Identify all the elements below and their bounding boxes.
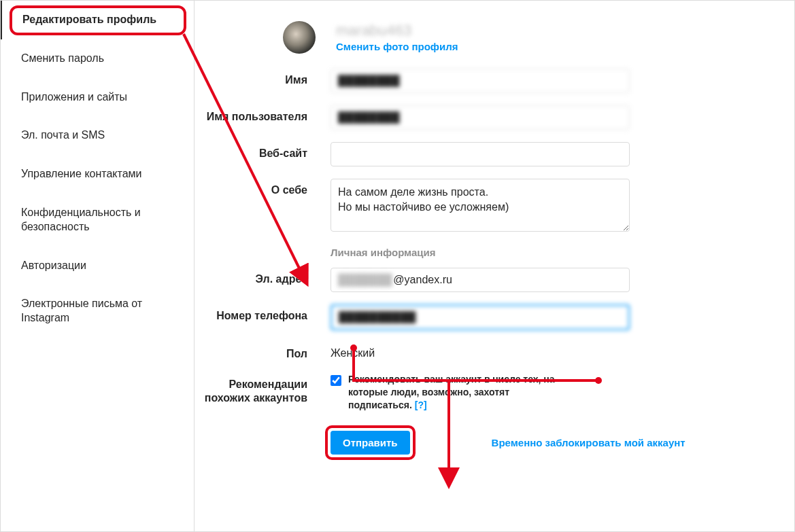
sidebar-item-label: Сменить пароль: [21, 52, 104, 64]
username-input[interactable]: [331, 105, 630, 130]
submit-row: Отправить Временно заблокировать мой акк…: [331, 431, 767, 455]
label-username: Имя пользователя: [194, 105, 331, 124]
gender-value[interactable]: Женский: [331, 342, 630, 359]
recommendations-checkbox[interactable]: [331, 375, 341, 386]
phone-input[interactable]: [331, 304, 630, 330]
settings-sidebar: Редактировать профиль Сменить пароль При…: [1, 1, 194, 531]
label-recommendations: Рекомендации похожих аккаунтов: [194, 373, 331, 405]
disable-account-link[interactable]: Временно заблокировать мой аккаунт: [492, 437, 686, 448]
row-website: Веб-сайт: [194, 142, 767, 166]
profile-header: marabu463 Сменить фото профиля: [283, 21, 767, 54]
sidebar-item-emails-from-instagram[interactable]: Электронные письма от Instagram: [1, 285, 194, 338]
email-input[interactable]: ███████ @yandex.ru: [331, 268, 630, 292]
sidebar-item-label: Управление контактами: [21, 168, 142, 179]
sidebar-item-label: Конфиденциальность и безопасность: [21, 207, 141, 232]
label-email: Эл. адрес: [194, 268, 331, 286]
settings-container: Редактировать профиль Сменить пароль При…: [0, 0, 795, 532]
bio-textarea[interactable]: [331, 179, 630, 232]
sidebar-item-privacy-security[interactable]: Конфиденциальность и безопасность: [1, 194, 194, 247]
label-bio: О себе: [194, 179, 331, 197]
sidebar-item-login-activity[interactable]: Авторизации: [1, 247, 194, 285]
row-recommendations: Рекомендации похожих аккаунтов Рекомендо…: [194, 373, 767, 412]
private-info-heading: Личная информация: [331, 247, 767, 258]
sidebar-item-label: Эл. почта и SMS: [21, 129, 105, 141]
email-local-masked: ███████: [338, 274, 392, 286]
row-username: Имя пользователя: [194, 105, 767, 130]
sidebar-item-label: Электронные письма от Instagram: [21, 298, 142, 323]
rec-text-body: Рекомендовать ваш аккаунт в числе тех, н…: [348, 374, 555, 410]
row-bio: О себе: [194, 179, 767, 234]
sidebar-item-edit-profile[interactable]: Редактировать профиль: [1, 1, 194, 39]
row-gender: Пол Женский: [194, 342, 767, 361]
edit-profile-form: marabu463 Сменить фото профиля Имя Имя п…: [194, 1, 794, 531]
row-phone: Номер телефона: [194, 304, 767, 330]
sidebar-item-change-password[interactable]: Сменить пароль: [1, 39, 194, 78]
sidebar-item-label: Авторизации: [21, 260, 86, 271]
name-input[interactable]: [331, 69, 630, 93]
sidebar-item-email-sms[interactable]: Эл. почта и SMS: [1, 116, 194, 155]
sidebar-item-manage-contacts[interactable]: Управление контактами: [1, 155, 194, 194]
label-name: Имя: [194, 69, 331, 87]
label-website: Веб-сайт: [194, 142, 331, 160]
recommendations-text: Рекомендовать ваш аккаунт в числе тех, н…: [348, 373, 566, 412]
sidebar-item-label: Приложения и сайты: [21, 91, 127, 103]
label-gender: Пол: [194, 342, 331, 361]
label-phone: Номер телефона: [194, 304, 331, 323]
submit-button[interactable]: Отправить: [331, 431, 410, 455]
profile-names: marabu463 Сменить фото профиля: [336, 22, 458, 52]
change-photo-link[interactable]: Сменить фото профиля: [336, 41, 458, 52]
username-display: marabu463: [336, 22, 458, 39]
row-email: Эл. адрес ███████ @yandex.ru: [194, 268, 767, 292]
sidebar-item-label: Редактировать профиль: [22, 14, 156, 25]
rec-help-link[interactable]: [?]: [415, 400, 427, 410]
avatar[interactable]: [283, 21, 316, 54]
website-input[interactable]: [331, 142, 630, 166]
email-domain: @yandex.ru: [393, 274, 452, 286]
sidebar-item-apps-websites[interactable]: Приложения и сайты: [1, 78, 194, 117]
row-name: Имя: [194, 69, 767, 93]
